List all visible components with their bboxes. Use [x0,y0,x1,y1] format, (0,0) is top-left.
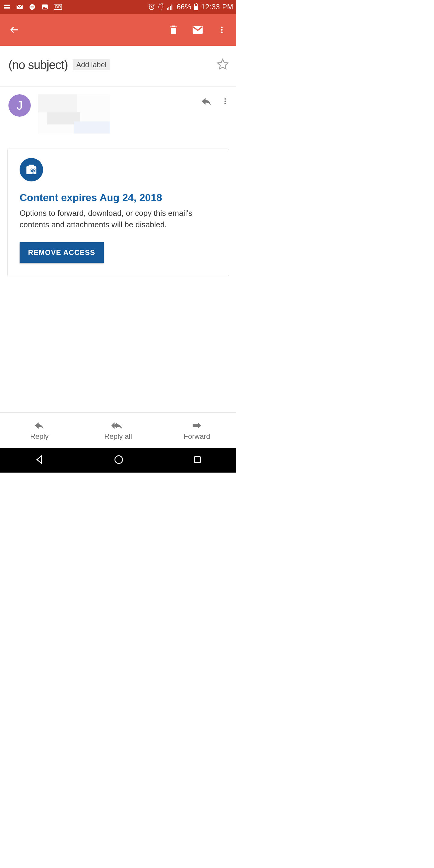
signal-icon [167,4,174,10]
bottom-action-bar: Reply Reply all Forward [0,412,236,448]
confidential-title: Content expires Aug 24, 2018 [20,192,217,204]
star-button[interactable] [216,58,229,72]
back-button[interactable] [7,23,22,37]
confidential-icon [20,158,43,181]
remove-access-button[interactable]: REMOVE ACCESS [20,242,104,263]
sender-details-redacted [38,94,110,133]
nav-recents-button[interactable] [193,455,202,465]
reply-icon-button[interactable] [201,96,212,108]
sender-avatar[interactable]: J [8,94,31,117]
sender-row: J [0,87,236,136]
reply-button[interactable]: Reply [0,412,79,448]
forward-button[interactable]: Forward [158,412,236,448]
notif-br-icon: B·R [54,4,62,10]
system-nav-bar [0,448,236,472]
notif-mail-icon [16,3,24,11]
overflow-menu-button[interactable] [215,23,229,37]
clock: 12:33 PM [201,3,233,11]
reply-label: Reply [30,432,49,441]
message-overflow-button[interactable] [221,97,229,106]
reply-all-button[interactable]: Reply all [79,412,157,448]
nav-home-button[interactable] [114,455,124,466]
delete-button[interactable] [166,23,181,37]
notif-photos-icon [41,3,49,11]
battery-icon [194,4,198,10]
svg-rect-3 [31,7,34,7]
battery-pct: 66% [177,3,191,11]
svg-rect-16 [194,457,200,463]
app-bar [0,14,236,46]
confidential-mode-card: Content expires Aug 24, 2018 Options to … [7,149,229,276]
notif-dnd-icon [28,3,36,11]
svg-rect-0 [4,5,10,6]
svg-rect-1 [4,7,10,9]
mark-unread-button[interactable] [190,23,205,37]
svg-point-7 [221,27,222,28]
network-type-label: 4GLTE↕ [158,3,164,11]
alarm-icon [148,3,155,10]
reply-all-label: Reply all [104,432,132,441]
svg-point-11 [224,101,226,102]
nav-back-button[interactable] [34,455,44,466]
avatar-initial: J [17,99,23,113]
svg-point-15 [115,456,123,464]
status-bar: B·R 4GLTE↕ 66% 12:33 PM [0,0,236,14]
svg-point-8 [221,29,222,30]
svg-point-10 [224,98,226,100]
svg-point-12 [224,103,226,104]
svg-point-9 [221,31,222,33]
notif-app1-icon [3,3,11,11]
confidential-description: Options to forward, download, or copy th… [20,208,217,230]
forward-label: Forward [184,432,210,441]
add-label-button[interactable]: Add label [73,59,110,70]
subject-row: (no subject) Add label [0,46,236,87]
email-subject: (no subject) [8,58,68,72]
